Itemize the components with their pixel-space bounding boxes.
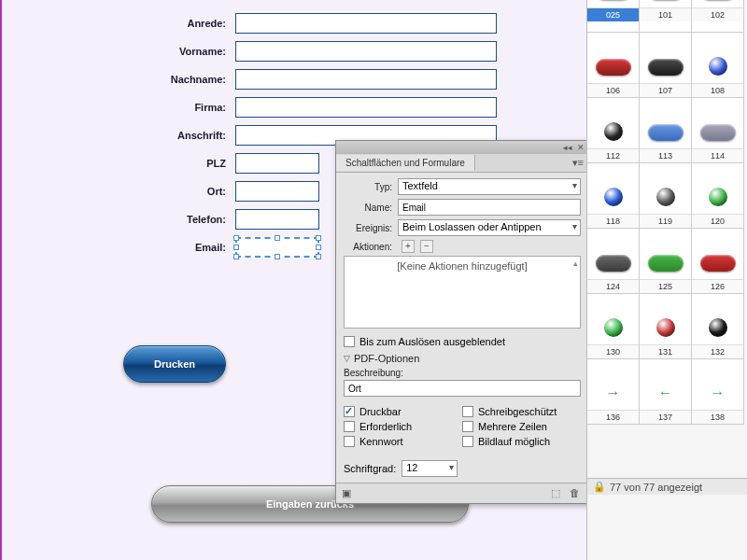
library-item-number: 125 — [640, 279, 691, 293]
library-item-101[interactable]: 101 — [639, 0, 692, 33]
close-icon[interactable]: ✕ — [576, 143, 585, 152]
library-item-number: 118 — [587, 214, 639, 228]
scrollable-label: Bildlauf möglich — [478, 436, 550, 447]
panel-titlebar[interactable]: ◂◂ ✕ — [336, 141, 588, 154]
name-input[interactable] — [398, 199, 581, 216]
printable-checkbox[interactable] — [344, 406, 355, 417]
printable-label: Druckbar — [359, 406, 402, 417]
tab-buttons-forms[interactable]: Schaltflächen und Formulare — [336, 155, 475, 171]
swatch-icon — [604, 188, 623, 206]
scrollable-checkbox[interactable] — [462, 436, 473, 447]
label-telefon: Telefon: — [2, 214, 235, 225]
readonly-checkbox[interactable] — [462, 406, 473, 417]
library-item-106[interactable]: 106 — [587, 32, 640, 98]
preview-icon[interactable]: ▣ — [342, 487, 355, 500]
library-item-118[interactable]: 118 — [587, 162, 640, 229]
collapse-icon[interactable]: ◂◂ — [563, 143, 572, 152]
pdf-options-header: PDF-Optionen — [354, 353, 419, 364]
field-email[interactable] — [235, 237, 319, 258]
library-item-number: 106 — [587, 83, 639, 97]
label-anrede: Anrede: — [2, 18, 235, 29]
label-firma: Firma: — [2, 102, 235, 113]
library-grid: 0251011021061071081121131141181191201241… — [587, 0, 747, 425]
password-checkbox[interactable] — [344, 436, 355, 447]
library-item-number: 114 — [692, 148, 743, 162]
library-item-126[interactable]: 126 — [691, 228, 744, 294]
swatch-icon — [604, 122, 623, 141]
event-select[interactable]: Beim Loslassen oder Antippen — [398, 219, 581, 236]
field-ort[interactable] — [235, 181, 319, 202]
library-item-number: 102 — [692, 7, 743, 21]
library-item-132[interactable]: 132 — [691, 293, 744, 359]
library-item-number: 113 — [640, 148, 691, 162]
swatch-icon — [648, 59, 684, 76]
library-item-108[interactable]: 108 — [691, 32, 744, 98]
library-item-107[interactable]: 107 — [639, 32, 692, 98]
field-anrede[interactable] — [235, 13, 497, 34]
library-item-025[interactable]: 025 — [587, 0, 640, 33]
library-item-114[interactable]: 114 — [691, 97, 744, 163]
library-item-138[interactable]: →138 — [691, 358, 744, 425]
label-nachname: Nachname: — [2, 74, 235, 85]
button-library-panel: 0251011021061071081121131141181191201241… — [586, 0, 747, 560]
library-item-112[interactable]: 112 — [587, 97, 640, 163]
library-item-125[interactable]: 125 — [639, 228, 692, 294]
library-item-137[interactable]: ←137 — [639, 358, 692, 425]
library-item-102[interactable]: 102 — [691, 0, 744, 33]
field-vorname[interactable] — [235, 41, 497, 62]
library-item-number: 124 — [587, 279, 639, 293]
swatch-icon — [648, 124, 684, 141]
actions-list[interactable]: [Keine Aktionen hinzugefügt] ▴ — [344, 256, 581, 329]
panel-menu-icon[interactable]: ▾≡ — [568, 157, 588, 169]
desc-label: Beschreibung: — [344, 368, 581, 378]
type-select[interactable]: Textfeld — [398, 178, 581, 195]
library-item-136[interactable]: →136 — [587, 358, 640, 425]
type-label: Typ: — [344, 182, 398, 192]
label-email: Email: — [2, 242, 235, 253]
disclosure-icon[interactable]: ▽ — [344, 354, 350, 363]
required-label: Erforderlich — [359, 421, 412, 432]
swatch-icon — [700, 255, 736, 272]
library-item-119[interactable]: 119 — [639, 162, 692, 229]
library-item-131[interactable]: 131 — [639, 293, 692, 359]
fontsize-select[interactable]: 12 — [402, 460, 458, 477]
remove-action-icon[interactable]: − — [420, 240, 433, 253]
swatch-icon: → — [604, 384, 623, 402]
library-item-120[interactable]: 120 — [691, 162, 744, 229]
library-item-number: 137 — [640, 410, 691, 424]
library-item-number: 025 — [587, 7, 639, 21]
hidden-until-checkbox[interactable] — [344, 336, 355, 347]
desc-input[interactable] — [344, 380, 581, 397]
field-firma[interactable] — [235, 97, 497, 118]
library-item-124[interactable]: 124 — [587, 228, 640, 294]
add-action-icon[interactable]: + — [402, 240, 415, 253]
field-plz[interactable] — [235, 153, 319, 174]
library-item-number: 107 — [640, 83, 691, 97]
library-item-number: 136 — [587, 410, 639, 424]
multiline-checkbox[interactable] — [462, 421, 473, 432]
library-item-130[interactable]: 130 — [587, 293, 640, 359]
hidden-until-label: Bis zum Auslösen ausgeblendet — [359, 336, 505, 347]
field-nachname[interactable] — [235, 69, 497, 90]
scroll-up-icon[interactable]: ▴ — [573, 259, 578, 268]
swatch-icon: → — [709, 384, 727, 402]
swatch-icon — [596, 255, 631, 272]
swatch-icon — [648, 255, 684, 272]
convert-icon[interactable]: ⬚ — [551, 487, 564, 500]
library-item-number: 112 — [587, 148, 639, 162]
swatch-icon — [656, 318, 675, 337]
label-vorname: Vorname: — [2, 46, 235, 57]
trash-icon[interactable]: 🗑 — [570, 487, 583, 500]
library-item-number: 131 — [640, 344, 691, 358]
print-button[interactable]: Drucken — [123, 345, 226, 383]
multiline-label: Mehrere Zeilen — [478, 421, 547, 432]
library-item-number: 120 — [692, 214, 743, 228]
lock-icon: 🔒 — [593, 481, 606, 493]
field-telefon[interactable] — [235, 209, 319, 230]
label-ort: Ort: — [2, 186, 235, 197]
library-item-number: 126 — [692, 279, 743, 293]
library-item-number: 132 — [692, 344, 743, 358]
library-item-113[interactable]: 113 — [639, 97, 692, 163]
required-checkbox[interactable] — [344, 421, 355, 432]
swatch-icon — [709, 318, 727, 337]
